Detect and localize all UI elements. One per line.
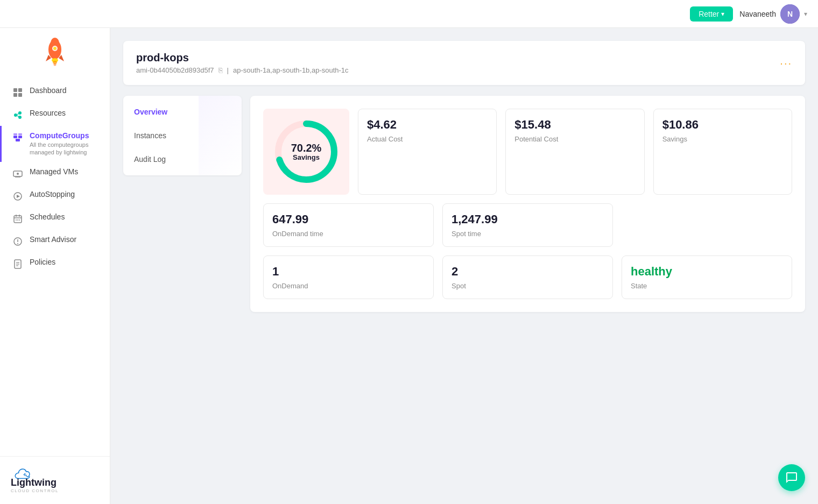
svg-point-5 <box>53 47 57 50</box>
schedules-icon <box>12 214 23 224</box>
donut-center: 70.2% Savings <box>291 143 322 161</box>
sidebar-item-dashboard[interactable]: Dashboard <box>0 81 110 103</box>
sidebar-item-compute-groups[interactable]: ComputeGroups All the computegroups mana… <box>0 126 110 162</box>
svg-rect-19 <box>18 136 22 138</box>
spot-time-label: Spot time <box>452 230 604 238</box>
sidebar-item-dashboard-content: Dashboard <box>30 86 67 95</box>
sidebar-item-vm-content: Managed VMs <box>30 167 78 176</box>
svg-point-24 <box>17 173 19 175</box>
lightwing-sub-text: CLOUD CONTROL <box>11 488 59 493</box>
actual-cost-card: $4.62 Actual Cost <box>358 109 497 195</box>
actual-cost-value: $4.62 <box>367 118 488 132</box>
sidebar-item-policies[interactable]: Policies <box>0 252 110 275</box>
savings-amount-value: $10.86 <box>662 118 783 132</box>
sidebar-item-sa-content: Smart Advisor <box>30 235 76 244</box>
ondemand-count-card: 1 OnDemand <box>263 255 434 299</box>
compute-groups-icon <box>12 132 23 143</box>
sidebar-item-schedules[interactable]: Schedules <box>0 207 110 230</box>
donut-chart: 70.2% Savings <box>271 117 341 187</box>
sidebar-item-autostopping[interactable]: AutoStopping <box>0 184 110 207</box>
svg-line-17 <box>17 116 19 117</box>
cluster-name: prod-kops <box>136 52 349 64</box>
svg-point-8 <box>54 63 57 66</box>
topbar-right: Retter Navaneeth N ▾ <box>690 4 807 24</box>
sidebar-item-resources[interactable]: Resources <box>0 103 110 126</box>
svg-rect-20 <box>13 133 17 135</box>
potential-cost-label: Potential Cost <box>514 135 635 143</box>
sidebar-logo <box>0 28 110 76</box>
sidebar-item-resources-content: Resources <box>30 109 66 117</box>
sidebar-item-cg-label: ComputeGroups <box>30 131 99 140</box>
spot-count-label: Spot <box>452 282 604 290</box>
svg-rect-11 <box>13 93 17 97</box>
lightwing-logo: Lightwing CLOUD CONTROL <box>11 467 99 493</box>
policies-icon <box>12 259 23 269</box>
svg-point-13 <box>14 113 17 117</box>
spot-time-value: 1,247.99 <box>452 212 604 226</box>
savings-amount-label: Savings <box>662 135 783 143</box>
main-content: prod-kops ami-0b44050b2d893d5f7 ⎘ | ap-s… <box>110 28 818 504</box>
sidebar-item-resources-label: Resources <box>30 109 66 117</box>
svg-rect-12 <box>18 93 22 97</box>
user-info[interactable]: Navaneeth N ▾ <box>739 4 807 24</box>
sidebar-item-smart-advisor[interactable]: Smart Advisor <box>0 230 110 252</box>
svg-line-16 <box>17 113 19 115</box>
sidebar-item-cg-content: ComputeGroups All the computegroups mana… <box>30 131 99 157</box>
panel-nav-audit-log[interactable]: Audit Log <box>123 147 242 171</box>
right-panel: 70.2% Savings $4.62 Actual Cost $15.48 P… <box>250 96 805 312</box>
panel-nav-instances[interactable]: Instances <box>123 124 242 147</box>
svg-point-33 <box>17 219 18 221</box>
rocket-icon <box>41 38 68 70</box>
user-name: Navaneeth <box>739 10 776 18</box>
sidebar-item-managed-vms[interactable]: Managed VMs <box>0 162 110 184</box>
ondemand-time-label: OnDemand time <box>272 230 425 238</box>
time-metrics-row: 647.99 OnDemand time 1,247.99 Spot time <box>263 203 792 247</box>
vm-icon <box>12 168 23 179</box>
autostop-icon <box>12 191 23 202</box>
svg-text:N: N <box>787 10 793 18</box>
svg-point-32 <box>16 219 17 221</box>
svg-rect-22 <box>16 139 20 141</box>
sidebar-item-sched-label: Schedules <box>30 212 65 221</box>
sidebar-item-dashboard-label: Dashboard <box>30 86 67 95</box>
panel-nav-overview[interactable]: Overview <box>123 100 242 124</box>
resources-icon <box>12 110 23 120</box>
sidebar-item-pol-content: Policies <box>30 258 55 266</box>
ondemand-count-value: 1 <box>272 265 425 279</box>
cluster-actions-menu[interactable]: ··· <box>780 57 792 69</box>
chat-button[interactable] <box>778 464 805 491</box>
cluster-regions: ap-south-1a,ap-south-1b,ap-south-1c <box>233 66 349 74</box>
sidebar-footer: Lightwing CLOUD CONTROL <box>0 456 110 504</box>
ondemand-count-label: OnDemand <box>272 282 425 290</box>
svg-point-37 <box>17 243 18 244</box>
cost-cards-row: $4.62 Actual Cost $15.48 Potential Cost … <box>358 109 792 195</box>
content-area: Overview Instances Audit Log <box>123 96 805 312</box>
sidebar-item-cg-sub: All the computegroups managed by lightwi… <box>30 141 99 157</box>
savings-amount-card: $10.86 Savings <box>653 109 792 195</box>
svg-marker-27 <box>17 195 20 198</box>
avatar: N <box>780 4 800 24</box>
svg-rect-18 <box>13 136 17 138</box>
savings-visual: 70.2% Savings <box>263 109 349 195</box>
savings-percent: 70.2% <box>291 143 322 153</box>
left-panel: Overview Instances Audit Log <box>123 96 242 175</box>
chat-icon <box>785 471 798 484</box>
sidebar-item-pol-label: Policies <box>30 258 55 266</box>
potential-cost-card: $15.48 Potential Cost <box>505 109 644 195</box>
retter-button[interactable]: Retter <box>690 6 733 22</box>
spot-time-card: 1,247.99 Spot time <box>442 203 613 247</box>
ondemand-time-card: 647.99 OnDemand time <box>263 203 434 247</box>
metrics-top-row: 70.2% Savings $4.62 Actual Cost $15.48 P… <box>263 109 792 195</box>
sidebar-item-sa-label: Smart Advisor <box>30 235 76 244</box>
cluster-ami: ami-0b44050b2d893d5f7 <box>136 66 214 74</box>
svg-point-14 <box>18 111 22 115</box>
sidebar-item-sched-content: Schedules <box>30 212 65 221</box>
potential-cost-value: $15.48 <box>514 118 635 132</box>
svg-rect-9 <box>13 88 17 92</box>
sidebar-item-as-content: AutoStopping <box>30 190 75 198</box>
sidebar-nav: Dashboard Resources <box>0 76 110 456</box>
cluster-info: prod-kops ami-0b44050b2d893d5f7 ⎘ | ap-s… <box>136 52 349 74</box>
svg-point-15 <box>18 116 22 119</box>
state-card: healthy State <box>622 255 792 299</box>
copy-icon[interactable]: ⎘ <box>218 66 223 74</box>
